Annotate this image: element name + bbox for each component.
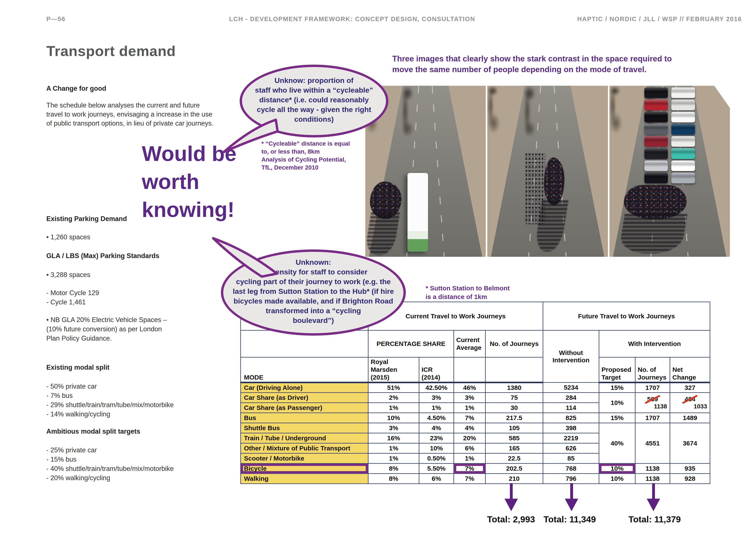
journeys: 585 — [486, 433, 543, 443]
corrected-value: 1138 — [654, 403, 667, 410]
mode-label: Train / Tube / Underground — [241, 433, 368, 443]
without-intervention: 2219 — [543, 433, 599, 443]
net-change-corrected: 464 1033 — [670, 393, 710, 413]
cycleable-footnote: * “Cycleable” distance is equal to, or l… — [261, 140, 350, 171]
speech-bubble-tail — [210, 235, 281, 278]
journeys: 105 — [486, 423, 543, 433]
table-row: Bus 10% 4.50% 7% 217.5 825 15% 1707 1489 — [241, 413, 710, 423]
car-shape — [644, 112, 668, 122]
journeys: 75 — [486, 393, 543, 403]
photos-caption: Three images that clearly show the stark… — [392, 53, 672, 75]
page-number: P—56 — [46, 15, 66, 23]
journeys: 30 — [486, 403, 543, 413]
current-average: 4% — [454, 423, 486, 433]
icr-share: 23% — [419, 433, 454, 443]
current-average: 3% — [454, 393, 486, 403]
mode-label: Car (Driving Alone) — [241, 383, 368, 393]
car-shape — [671, 148, 695, 159]
future-group-header: Future Travel to Work Journeys — [543, 302, 710, 330]
modal-split-list: - 50% private car - 7% bus - 29% shuttle… — [46, 382, 174, 419]
car-shape — [671, 99, 695, 110]
struck-value: 464 — [683, 395, 696, 403]
icr-share: 5.50% — [419, 464, 454, 474]
with-intervention-header: With Intervention — [599, 330, 710, 357]
journeys-with-group: 4551 — [635, 423, 670, 464]
without-intervention-header: Without Intervention — [543, 330, 599, 383]
down-arrow-icon — [565, 483, 578, 511]
empty-cell — [486, 357, 543, 383]
struck-value: 569 — [646, 395, 659, 403]
proposed-target-highlighted: 10% — [599, 464, 635, 474]
journeys: 1380 — [486, 383, 543, 393]
percentage-share-header: PERCENTAGE SHARE — [368, 330, 454, 357]
without-intervention: 5234 — [543, 383, 599, 393]
icr-share: 42.50% — [419, 383, 454, 393]
icr-share: 4% — [419, 423, 454, 433]
car-shape — [671, 161, 695, 171]
page-title: Transport demand — [46, 43, 176, 59]
journeys: 22.5 — [486, 453, 543, 464]
without-intervention: 796 — [543, 474, 599, 484]
modal-split-heading: Existing modal split — [46, 364, 109, 371]
mode-header: MODE — [241, 357, 368, 383]
car-shape — [644, 99, 668, 110]
car-shape — [644, 161, 668, 171]
photo-cars — [609, 86, 730, 257]
proposed-target: 15% — [599, 383, 635, 393]
parking-standards-value: • 3,288 spaces — [46, 271, 90, 279]
car-shape — [644, 172, 668, 183]
net-change: 935 — [670, 464, 710, 474]
rm-share: 3% — [368, 423, 419, 433]
net-change: 1489 — [670, 413, 710, 423]
icr-share: 3% — [419, 393, 454, 403]
journeys-with-corrected: 569 1138 — [635, 393, 670, 413]
car-shape — [644, 88, 668, 98]
empty-cell — [454, 357, 486, 383]
mode-label: Bus — [241, 413, 368, 423]
parking-demand-value: • 1,260 spaces — [46, 233, 90, 241]
royal-marsden-header: Royal Marsden (2015) — [368, 357, 419, 383]
car-shape — [671, 112, 695, 122]
proposed-target-group: 40% — [599, 423, 635, 464]
journeys: 217.5 — [486, 413, 543, 423]
without-intervention: 768 — [543, 464, 599, 474]
parking-standards-heading: GLA / LBS (Max) Parking Standards — [46, 252, 159, 260]
without-intervention: 284 — [543, 393, 599, 403]
car-shape — [644, 136, 668, 147]
table-row: Walking 8% 6% 7% 210 796 10% 1138 928 — [241, 474, 710, 484]
current-average: 1% — [454, 403, 486, 413]
car-shape — [671, 124, 695, 135]
icr-share: 0.50% — [419, 453, 454, 464]
rm-share: 1% — [368, 403, 419, 413]
car-shape — [644, 148, 668, 159]
corrected-value: 1033 — [694, 403, 707, 410]
queued-cars — [644, 88, 695, 183]
proposed-target: 15% — [599, 413, 635, 423]
rm-share: 1% — [368, 453, 419, 464]
down-arrow-icon — [647, 483, 660, 511]
table-row: Car (Driving Alone) 51% 42.50% 46% 1380 … — [241, 383, 710, 393]
without-intervention: 825 — [543, 413, 599, 423]
icr-header: ICR (2014) — [419, 357, 454, 383]
no-of-journeys2-header: No. of Journeys — [635, 357, 670, 383]
mode-label: Shuttle Bus — [241, 423, 368, 433]
net-change-group: 3674 — [670, 423, 710, 464]
without-intervention: 398 — [543, 423, 599, 433]
proposed-target: 10% — [599, 393, 635, 413]
photo-bicycles — [487, 86, 608, 257]
current-average: 7% — [454, 474, 486, 484]
car-shape — [671, 172, 695, 183]
total-with-intervention: Total: 11,379 — [629, 514, 681, 524]
without-intervention: 114 — [543, 403, 599, 413]
mode-label-highlighted: Bicycle — [241, 464, 368, 474]
mode-label: Car Share (as Passenger) — [241, 403, 368, 413]
current-average-header: Current Average — [454, 330, 486, 357]
total-current-journeys: Total: 2,993 — [487, 514, 535, 524]
without-intervention: 85 — [543, 453, 599, 464]
parking-standards-detail: - Motor Cycle 129 - Cycle 1,461 — [46, 288, 99, 307]
journeys: 202.5 — [486, 464, 543, 474]
mode-label: Walking — [241, 474, 368, 484]
current-average: 20% — [454, 433, 486, 443]
journeys-with: 1707 — [635, 383, 670, 393]
rm-share: 16% — [368, 433, 419, 443]
